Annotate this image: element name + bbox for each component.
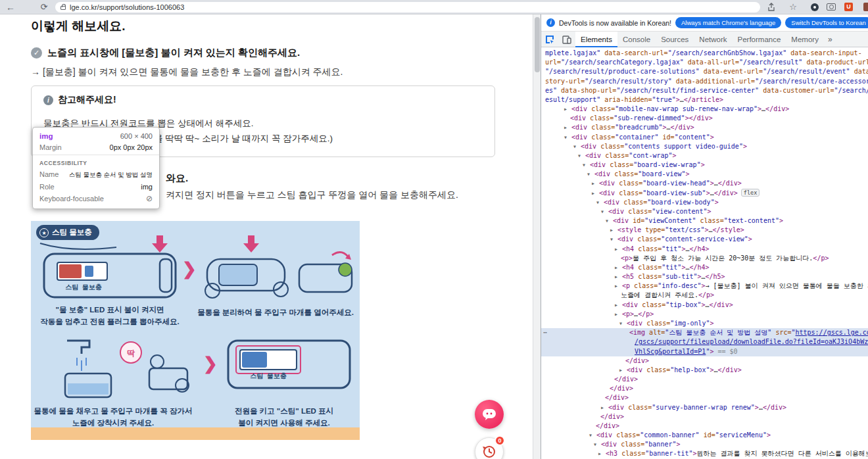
tab-console[interactable]: Console — [617, 32, 656, 47]
tooltip-divider — [33, 155, 159, 155]
dom-tree-node[interactable]: ▸ <div class="mobile-nav-wrap sub-renew-… — [541, 105, 868, 114]
switch-devtools-korean-button[interactable]: Switch DevTools to Korean — [785, 17, 868, 28]
dom-tree-node[interactable]: ▸ <div class="board-view-head">…</div> — [541, 179, 868, 188]
tooltip-accessibility-header: ACCESSIBILITY — [39, 160, 153, 166]
page-title: 이렇게 해보세요. — [31, 18, 126, 35]
dom-tree-node[interactable]: ▸ <h4 class="tit">…</h4> — [541, 245, 868, 254]
browser-toolbar: ← ⟳ lge.co.kr/support/solutions-1006063 … — [0, 0, 868, 14]
device-toolbar-button[interactable] — [558, 32, 575, 47]
dom-tree-node[interactable]: <div class="sub-renew-dimmed"></div> — [541, 114, 868, 123]
inspect-tooltip: img 600 × 400 Margin 0px 0px 20px ACCESS… — [32, 127, 160, 209]
step-separator-1: ❯ — [182, 259, 197, 279]
tooltip-margin-value: 0px 0px 20px — [110, 143, 153, 151]
dom-tree-node[interactable]: ▾ <div class="img-only"> — [541, 319, 868, 328]
extension-icon-camera[interactable] — [827, 3, 836, 11]
dom-tree-node[interactable]: </div> — [541, 412, 868, 422]
dom-tree-node[interactable]: ▸ <h4 class="tit">…</h4> — [541, 263, 868, 272]
address-bar[interactable]: lge.co.kr/support/solutions-1006063 — [55, 2, 760, 12]
devtools-tabs: ElementsConsoleSourcesNetworkPerformance… — [575, 32, 824, 47]
chat-bubble-icon — [482, 408, 496, 421]
extension-icon-ublock[interactable]: U — [844, 3, 853, 11]
dom-tree-node[interactable]: es" data-shop-url="/search/result/find-s… — [541, 86, 868, 95]
share-icon[interactable] — [767, 3, 776, 12]
dom-tree-node[interactable]: 노즐에 결합시켜 주세요.</p> — [541, 291, 868, 300]
dom-tree-node[interactable]: ▾ <div class="banner"> — [541, 440, 868, 449]
dom-tree-node[interactable]: <p>물 주입 후 청소 가능 시간은 20~30분 정도 가능합니다.</p> — [541, 254, 868, 263]
caption-1b: 작동을 멈추고 전원 플러그를 뽑아주세요. — [40, 317, 179, 327]
tooltip-name-value: 스팀 물보충 순서 및 방법 설명 — [69, 171, 153, 180]
dom-tree-node[interactable]: ▾ <div class="board-view"> — [541, 170, 868, 179]
inspect-margin-highlight — [31, 427, 360, 440]
dom-tree-node[interactable]: ▾ <div class="view-content"> — [541, 207, 868, 216]
dom-tree-node[interactable]: ▸ <div class="tip-box">…</div> — [541, 301, 868, 310]
tab-performance[interactable]: Performance — [733, 32, 786, 47]
dom-tree-node[interactable]: ▾ <div class="common-banner" id="service… — [541, 431, 868, 440]
dom-tree-node[interactable]: ▸ <div class="breadcrumb">…</div> — [541, 123, 868, 132]
dom-tree-node[interactable]: ▸ <style type="text/css">…</style> — [541, 226, 868, 235]
tab-sources[interactable]: Sources — [656, 32, 694, 47]
dom-tree-node[interactable]: ▸ <div class="board-view-sub">…</div>fle… — [541, 189, 868, 198]
history-button[interactable]: 0 — [475, 437, 504, 459]
dom-tree-node[interactable]: story-url="/search/result/story" data-ad… — [541, 77, 868, 86]
dom-tree-node[interactable]: url="/search/searchCategory.lgajax" data… — [541, 58, 868, 67]
instruction-text: → [물보충] 불이 켜져 있으면 물통에 물을 보충한 후 노즐에 결합시켜 … — [31, 66, 343, 78]
back-icon[interactable]: ← — [4, 0, 17, 14]
tooltip-element-tag: img — [39, 132, 53, 140]
tab-elements[interactable]: Elements — [575, 32, 617, 47]
dom-tree-node[interactable]: ▸ <p class="info-desc">→ [물보충] 불이 켜져 있으면… — [541, 281, 868, 291]
dom-tree-node-selected[interactable]: ⋯<img alt="스팀 물보충 순서 및 방법 설명" src="https… — [541, 328, 868, 337]
inspect-element-button[interactable] — [541, 32, 558, 47]
dom-tree-node[interactable]: </div> — [541, 356, 868, 366]
reload-icon[interactable]: ⟳ — [37, 0, 51, 14]
dom-tree-node[interactable]: </div> — [541, 422, 868, 431]
dom-tree-node[interactable]: ▾ <div class="content-service-view"> — [541, 235, 868, 244]
check-item: ✓ 노즐의 표시창에 [물보충] 불이 켜져 있는지 확인해주세요. — [31, 47, 300, 59]
match-chrome-language-button[interactable]: Always match Chrome's language — [675, 17, 781, 28]
info-icon: i — [546, 18, 555, 27]
dom-tree-node[interactable]: </div> — [541, 393, 868, 402]
scrollbar-thumb[interactable] — [535, 17, 540, 72]
caption-3: 물통에 물을 채우고 물 주입구 마개를 꼭 잠가서 — [34, 406, 193, 416]
tooltip-margin-label: Margin — [39, 143, 62, 151]
dom-tree-node-selected[interactable]: /gscs/support/fileupload/downloadFile.do… — [541, 337, 868, 347]
history-clock-icon — [482, 445, 496, 459]
step-separator-2: ❯ — [203, 354, 218, 374]
dom-tree-node[interactable]: </div> — [541, 384, 868, 393]
support-page: 이렇게 해보세요. ✓ 노즐의 표시창에 [물보충] 불이 켜져 있는지 확인해… — [0, 14, 533, 459]
dom-tree-node[interactable]: ▾ <div class="board-view-body"> — [541, 198, 868, 207]
dom-tree-node[interactable]: ▸ <h5 class="sub-tit">…</h5> — [541, 272, 868, 281]
dom-tree-node[interactable]: ▾ <div id="viewContent" class="text-cont… — [541, 216, 868, 226]
check-item-text: 노즐의 표시창에 [물보충] 불이 켜져 있는지 확인해주세요. — [47, 47, 300, 59]
dom-tree-node[interactable]: ▸ <p>…</p> — [541, 310, 868, 319]
browser-window: ← ⟳ lge.co.kr/support/solutions-1006063 … — [0, 0, 868, 459]
extension-icon-dark[interactable] — [811, 3, 819, 11]
bookmark-star-icon[interactable]: ☆ — [786, 0, 800, 14]
dom-tree-node[interactable]: ▸ <h3 class="banner-tit">원하는 결과를 찾지 못하셨다… — [541, 449, 868, 458]
dom-tree-node[interactable]: ▾ <div class="contents support video-gui… — [541, 142, 868, 151]
tooltip-name-label: Name — [39, 170, 59, 178]
more-tabs-chevron[interactable]: » — [824, 35, 836, 44]
badge-star-icon: ★ — [39, 228, 49, 237]
dom-tree-node[interactable]: </div> — [541, 375, 868, 384]
chatbot-button[interactable] — [475, 400, 504, 429]
dom-tree-node[interactable]: "/search/result/product-care-solutions" … — [541, 67, 868, 76]
extension-icon-partial[interactable] — [863, 3, 868, 11]
tip-title: 참고해주세요! — [58, 94, 116, 106]
partially-hidden-text-2: 켜지면 정지 버튼을 누르고 스팀 흡입구 뚜껑을 열어 물을 보충해주세요. — [166, 189, 458, 201]
tab-memory[interactable]: Memory — [786, 32, 824, 47]
tab-network[interactable]: Network — [694, 32, 732, 47]
dom-tree-node[interactable]: ▸ <div class="help-box">…</div> — [541, 366, 868, 375]
dom-tree-node-selected[interactable]: VhlScg&portalId=P1"> == $0 — [541, 347, 868, 356]
dom-tree-node[interactable]: ▾ <div class="cont-wrap"> — [541, 151, 868, 160]
tooltip-role-label: Role — [39, 183, 55, 191]
devtools-tab-bar: ElementsConsoleSourcesNetworkPerformance… — [541, 32, 868, 47]
dom-tree-node[interactable]: ▾ <div class="container" id="content"> — [541, 133, 868, 142]
info-icon: i — [43, 95, 53, 105]
dom-tree-node[interactable]: esult/support" aria-hidden="true">…</art… — [541, 95, 868, 105]
not-focusable-icon: ⊘ — [146, 194, 153, 203]
dom-tree-node[interactable]: mplete.lgajax" data-search-url="/search/… — [541, 49, 868, 58]
page-scrollbar[interactable] — [533, 14, 541, 459]
caption-4b: 불이 켜지면 사용해 주세요. — [238, 418, 329, 427]
dom-tree-node[interactable]: ▾ <div class="board-view-wrap"> — [541, 160, 868, 170]
dom-tree-node[interactable]: ▸ <div class="survey-banner-wrap renew">… — [541, 403, 868, 412]
